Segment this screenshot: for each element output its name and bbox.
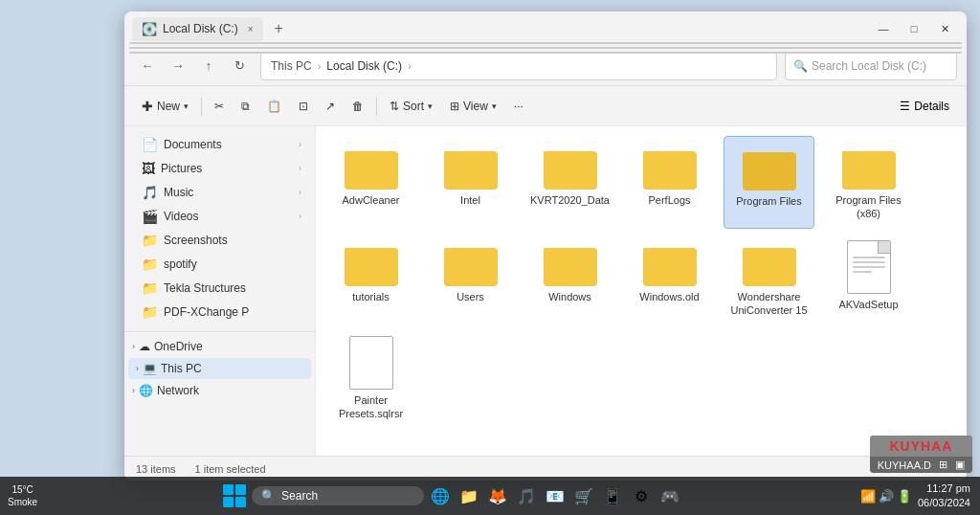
this-pc-label: This PC (161, 362, 202, 375)
taskbar: 15°C Smoke 🔍 Search 🌐 📁 🦊 🎵 📧 🛒 📱 ⚙ 🎮 � (0, 477, 980, 515)
file-item-windows[interactable]: Windows (524, 233, 615, 325)
sidebar-label-pictures: Pictures (161, 162, 202, 175)
rename-button[interactable]: ⊡ (291, 92, 316, 121)
cut-button[interactable]: ✂ (207, 92, 232, 121)
folder-icon-wondershare (743, 240, 796, 286)
new-icon: ✚ (142, 99, 153, 114)
file-item-users[interactable]: Users (425, 233, 516, 325)
folder-icon-users (444, 240, 498, 286)
spotify-icon: 📁 (142, 257, 158, 272)
taskbar-search[interactable]: 🔍 Search (252, 486, 424, 505)
watermark-square-icon: ▣ (955, 459, 965, 471)
taskbar-icon-9[interactable]: 🎮 (657, 483, 682, 508)
files-grid: AdwCleaner Intel KVRT2020_Data (325, 136, 957, 429)
sidebar-item-music[interactable]: 🎵 Music › (128, 181, 311, 204)
breadcrumb-local-disk[interactable]: Local Disk (C:) (326, 59, 402, 73)
view-chevron: ▾ (492, 101, 497, 111)
taskbar-icon-5[interactable]: 📧 (543, 483, 568, 508)
file-item-painter-presets[interactable]: Painter Presets.sqlrsr (325, 328, 416, 429)
network-label: Network (157, 384, 199, 397)
details-button[interactable]: ☰ Details (892, 92, 957, 121)
sidebar-label-pdf: PDF-XChange P (164, 305, 249, 319)
this-pc-icon: 💻 (143, 362, 157, 375)
breadcrumb-this-pc[interactable]: This PC (271, 59, 312, 73)
sidebar-item-documents[interactable]: 📄 Documents › (128, 133, 311, 156)
file-name-perflogs: PerfLogs (648, 193, 690, 207)
file-name-wondershare: Wondershare UniConverter 15 (727, 290, 811, 318)
onedrive-expand-icon: › (132, 342, 135, 351)
documents-arrow: › (299, 140, 301, 149)
file-item-kvrt[interactable]: KVRT2020_Data (524, 136, 615, 229)
sidebar-group-onedrive[interactable]: › ☁ OneDrive (124, 336, 315, 357)
file-name-program-files-x86: Program Files (x86) (827, 193, 910, 221)
share-button[interactable]: ↗ (318, 92, 343, 121)
file-item-program-files-x86[interactable]: Program Files (x86) (823, 136, 914, 229)
watermark-grid-icon: ⊞ (939, 459, 947, 471)
window-tab[interactable]: 💽 Local Disk (C:) × (132, 17, 263, 41)
new-label: New (157, 100, 180, 113)
view-label: View (463, 100, 488, 113)
sql-icon-painter-presets (349, 336, 393, 390)
taskbar-icon-1[interactable]: 🌐 (428, 483, 453, 508)
close-button[interactable]: ✕ (930, 18, 959, 39)
sidebar-item-tekla[interactable]: 📁 Tekla Structures (128, 277, 311, 300)
watermark-top: KUYHAA (870, 436, 972, 457)
network-expand-icon: › (132, 386, 135, 395)
taskbar-icon-8[interactable]: ⚙ (629, 483, 654, 508)
taskbar-icon-3[interactable]: 🦊 (485, 483, 510, 508)
taskbar-center: 🔍 Search 🌐 📁 🦊 🎵 📧 🛒 📱 ⚙ 🎮 (43, 482, 860, 509)
files-area: AdwCleaner Intel KVRT2020_Data (316, 126, 967, 456)
sidebar-item-spotify[interactable]: 📁 spotify (128, 253, 311, 276)
sidebar-group-network[interactable]: › 🌐 Network (124, 380, 315, 401)
minimize-button[interactable]: — (869, 18, 898, 39)
taskbar-icon-7[interactable]: 📱 (600, 483, 625, 508)
start-button[interactable] (221, 482, 248, 509)
doc-icon-akvadsetup (847, 240, 891, 294)
copy-button[interactable]: ⧉ (234, 92, 257, 121)
sidebar-group-this-pc[interactable]: › 💻 This PC (128, 358, 311, 379)
file-item-adwcleaner[interactable]: AdwCleaner (325, 136, 416, 229)
maximize-button[interactable]: □ (900, 18, 928, 39)
sidebar-item-pictures[interactable]: 🖼 Pictures › (128, 157, 311, 180)
new-tab-button[interactable]: + (269, 18, 289, 39)
file-name-windows-old: Windows.old (639, 290, 699, 303)
sidebar-item-videos[interactable]: 🎬 Videos › (128, 205, 311, 228)
delete-button[interactable]: 🗑 (345, 92, 371, 121)
file-item-tutorials[interactable]: tutorials (325, 233, 416, 325)
sidebar: 📄 Documents › 🖼 Pictures › 🎵 Music › 🎬 V… (124, 126, 316, 456)
taskbar-icon-6[interactable]: 🛒 (571, 483, 596, 508)
wifi-icon: 📶 (860, 489, 876, 504)
sidebar-item-screenshots[interactable]: 📁 Screenshots (128, 229, 311, 252)
windows-logo (223, 484, 246, 507)
content-area: 📄 Documents › 🖼 Pictures › 🎵 Music › 🎬 V… (124, 126, 967, 456)
view-button[interactable]: ⊞ View ▾ (442, 92, 504, 121)
volume-icon: 🔊 (879, 489, 894, 504)
screenshots-icon: 📁 (142, 233, 158, 248)
onedrive-label: OneDrive (154, 340, 203, 353)
file-item-perflogs[interactable]: PerfLogs (624, 136, 715, 229)
sort-button[interactable]: ⇅ Sort ▾ (382, 92, 440, 121)
taskbar-icon-2[interactable]: 📁 (457, 483, 481, 508)
file-item-wondershare[interactable]: Wondershare UniConverter 15 (724, 233, 814, 325)
clock-date: 06/03/2024 (918, 496, 970, 510)
watermark-text-red: KUYHAA (889, 438, 952, 454)
details-icon: ☰ (900, 100, 910, 113)
search-placeholder: Search Local Disk (C:) (812, 59, 926, 73)
folder-icon-program-files (743, 145, 796, 190)
file-item-akvadsetup[interactable]: AKVadSetup (823, 233, 914, 325)
folder-icon-windows-old (643, 240, 697, 286)
sidebar-item-pdf[interactable]: 📁 PDF-XChange P (128, 301, 311, 324)
file-item-intel[interactable]: Intel (425, 136, 516, 229)
file-item-program-files[interactable]: Program Files (724, 136, 814, 229)
network-status-icons: 📶 🔊 🔋 (860, 489, 912, 504)
sidebar-label-screenshots: Screenshots (164, 234, 228, 247)
tab-title: Local Disk (C:) (163, 22, 238, 35)
file-name-tutorials: tutorials (352, 290, 390, 303)
sort-chevron: ▾ (428, 101, 433, 111)
paste-button[interactable]: 📋 (259, 92, 289, 121)
tab-close-button[interactable]: × (248, 24, 254, 34)
file-item-windows-old[interactable]: Windows.old (624, 233, 715, 325)
new-button[interactable]: ✚ New ▾ (134, 92, 196, 121)
more-button[interactable]: ··· (506, 92, 531, 121)
taskbar-icon-4[interactable]: 🎵 (514, 483, 539, 508)
